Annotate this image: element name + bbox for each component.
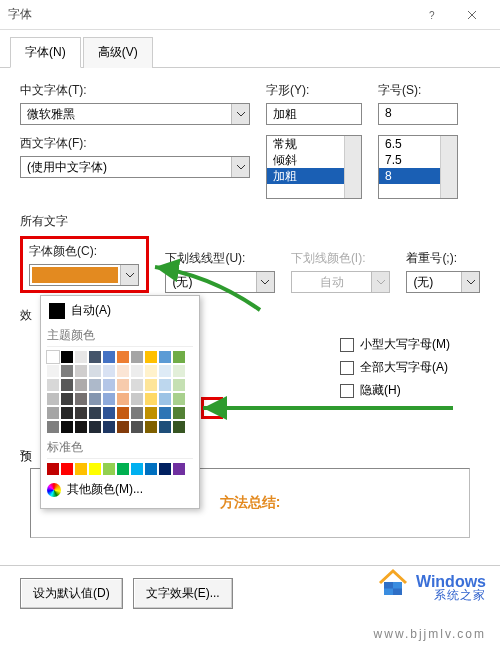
color-swatch[interactable] — [61, 421, 73, 433]
font-color-highlight: 字体颜色(C): — [20, 236, 149, 293]
color-swatch[interactable] — [103, 379, 115, 391]
size-listbox[interactable]: 6.5 7.5 8 — [378, 135, 458, 199]
color-swatch[interactable] — [131, 393, 143, 405]
color-swatch[interactable] — [89, 379, 101, 391]
color-swatch[interactable] — [61, 393, 73, 405]
style-listbox[interactable]: 常规 倾斜 加粗 — [266, 135, 362, 199]
color-swatch[interactable] — [117, 407, 129, 419]
color-swatch[interactable] — [159, 407, 171, 419]
chevron-down-icon — [256, 272, 274, 292]
font-color-combo[interactable] — [29, 264, 139, 286]
color-swatch[interactable] — [131, 365, 143, 377]
color-swatch[interactable] — [173, 421, 185, 433]
color-swatch[interactable] — [103, 365, 115, 377]
auto-color-item[interactable]: 自动(A) — [47, 300, 193, 325]
help-button[interactable]: ? — [412, 1, 452, 29]
checkbox-all-caps[interactable]: 全部大写字母(A) — [340, 359, 450, 376]
color-swatch[interactable] — [89, 407, 101, 419]
checkbox-small-caps[interactable]: 小型大写字母(M) — [340, 336, 450, 353]
color-swatch[interactable] — [103, 407, 115, 419]
color-swatch[interactable] — [145, 463, 157, 475]
color-swatch[interactable] — [117, 365, 129, 377]
emphasis-combo[interactable]: (无) — [406, 271, 480, 293]
titlebar: 字体 ? — [0, 0, 500, 30]
cn-font-combo[interactable]: 微软雅黑 — [20, 103, 250, 125]
color-swatch[interactable] — [117, 393, 129, 405]
color-swatch[interactable] — [89, 421, 101, 433]
color-swatch[interactable] — [173, 351, 185, 363]
theme-colors-label: 主题颜色 — [47, 327, 193, 347]
color-swatch[interactable] — [47, 421, 59, 433]
color-swatch[interactable] — [89, 393, 101, 405]
selected-color-highlight — [201, 397, 223, 419]
color-swatch[interactable] — [131, 463, 143, 475]
color-swatch[interactable] — [75, 365, 87, 377]
color-swatch[interactable] — [117, 463, 129, 475]
color-swatch[interactable] — [173, 365, 185, 377]
color-swatch[interactable] — [145, 365, 157, 377]
chevron-down-icon — [371, 272, 389, 292]
color-swatch[interactable] — [89, 365, 101, 377]
more-colors-item[interactable]: 其他颜色(M)... — [47, 481, 193, 498]
color-swatch[interactable] — [159, 365, 171, 377]
tab-strip: 字体(N) 高级(V) — [0, 30, 500, 68]
color-swatch[interactable] — [75, 407, 87, 419]
color-swatch[interactable] — [131, 421, 143, 433]
underline-style-combo[interactable]: (无) — [165, 271, 274, 293]
text-effects-button[interactable]: 文字效果(E)... — [133, 578, 233, 609]
color-swatch[interactable] — [103, 463, 115, 475]
color-swatch[interactable] — [75, 379, 87, 391]
watermark-sub: 系统之家 — [434, 587, 486, 604]
color-swatch[interactable] — [47, 393, 59, 405]
color-swatch[interactable] — [159, 379, 171, 391]
scrollbar[interactable] — [440, 136, 457, 198]
color-swatch[interactable] — [145, 421, 157, 433]
color-swatch[interactable] — [131, 407, 143, 419]
color-swatch[interactable] — [61, 351, 73, 363]
color-swatch[interactable] — [145, 379, 157, 391]
color-swatch[interactable] — [131, 379, 143, 391]
tab-font[interactable]: 字体(N) — [10, 37, 81, 68]
color-swatch[interactable] — [47, 379, 59, 391]
color-swatch[interactable] — [47, 463, 59, 475]
color-swatch[interactable] — [61, 365, 73, 377]
color-swatch[interactable] — [173, 393, 185, 405]
color-swatch[interactable] — [47, 351, 59, 363]
scrollbar[interactable] — [344, 136, 361, 198]
color-swatch[interactable] — [75, 463, 87, 475]
color-swatch[interactable] — [117, 379, 129, 391]
color-swatch[interactable] — [75, 421, 87, 433]
checkbox-hidden[interactable]: 隐藏(H) — [340, 382, 450, 399]
color-swatch[interactable] — [61, 407, 73, 419]
color-swatch[interactable] — [61, 379, 73, 391]
color-swatch[interactable] — [145, 407, 157, 419]
color-swatch[interactable] — [145, 351, 157, 363]
color-swatch[interactable] — [89, 351, 101, 363]
color-swatch[interactable] — [131, 351, 143, 363]
size-input[interactable]: 8 — [378, 103, 458, 125]
color-swatch[interactable] — [47, 365, 59, 377]
color-swatch[interactable] — [173, 379, 185, 391]
color-swatch[interactable] — [75, 393, 87, 405]
color-swatch[interactable] — [173, 463, 185, 475]
set-default-button[interactable]: 设为默认值(D) — [20, 578, 123, 609]
color-swatch[interactable] — [159, 421, 171, 433]
style-input[interactable]: 加粗 — [266, 103, 362, 125]
color-swatch[interactable] — [103, 393, 115, 405]
color-swatch[interactable] — [159, 351, 171, 363]
color-swatch[interactable] — [159, 463, 171, 475]
color-swatch[interactable] — [117, 351, 129, 363]
color-swatch[interactable] — [103, 351, 115, 363]
color-swatch[interactable] — [103, 421, 115, 433]
color-swatch[interactable] — [89, 463, 101, 475]
color-swatch[interactable] — [145, 393, 157, 405]
color-swatch[interactable] — [75, 351, 87, 363]
west-font-combo[interactable]: (使用中文字体) — [20, 156, 250, 178]
color-swatch[interactable] — [47, 407, 59, 419]
color-swatch[interactable] — [117, 421, 129, 433]
tab-advanced[interactable]: 高级(V) — [83, 37, 153, 68]
close-button[interactable] — [452, 1, 492, 29]
color-swatch[interactable] — [159, 393, 171, 405]
color-swatch[interactable] — [61, 463, 73, 475]
color-swatch[interactable] — [173, 407, 185, 419]
